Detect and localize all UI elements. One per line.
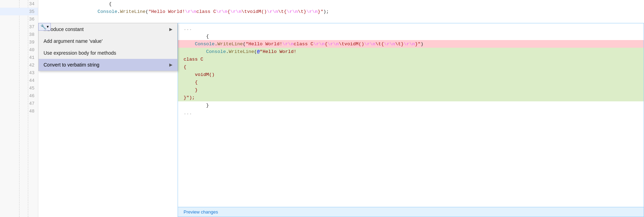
preview-content: ... { Console . WriteLine ( "Hello World… (178, 23, 644, 118)
preview-footer: Preview changes (178, 207, 644, 217)
context-menu: Introduce constant ▶ Add argument name '… (38, 23, 178, 71)
preview-line-open-brace: { (178, 32, 644, 40)
menu-item-add-argument-name-label: Add argument name 'value' (44, 38, 103, 44)
menu-item-use-expression-body-label: Use expression body for methods (44, 50, 116, 56)
line-number-48: 48 (0, 107, 38, 115)
preview-line-added-6: } (178, 86, 644, 94)
line-number-37: 37 (0, 23, 38, 31)
line-number-34: 34 (0, 0, 38, 8)
code-line-36 (38, 15, 644, 23)
quick-fix-button[interactable]: 🔧 ▼ (38, 23, 51, 31)
line-number-43: 43 (0, 69, 38, 77)
line-number-39: 39 (0, 38, 38, 46)
line-number-46: 46 (0, 92, 38, 100)
preview-panel: ... { Console . WriteLine ( "Hello World… (178, 23, 644, 217)
menu-item-introduce-constant[interactable]: Introduce constant ▶ (39, 23, 177, 35)
preview-line-added-2: class C (178, 55, 644, 63)
menu-item-use-expression-body[interactable]: Use expression body for methods (39, 47, 177, 59)
preview-line-ellipsis-bottom: ... (178, 109, 644, 117)
line-number-47: 47 (0, 100, 38, 107)
code-line-34: { (38, 0, 644, 8)
code-line-35: Console . WriteLine ( "Hello World! \r\n… (38, 8, 644, 15)
line-number-gutter: 34 35 36 37 38 39 40 41 42 43 44 45 46 4… (0, 0, 38, 217)
menu-item-convert-verbatim[interactable]: Convert to verbatim string ▶ (39, 59, 177, 71)
line-number-38: 38 (0, 31, 38, 38)
preview-changes-link[interactable]: Preview changes (184, 209, 218, 215)
code-area: { Console . WriteLine ( "Hello World! \r… (38, 0, 644, 217)
preview-line-added-3: { (178, 63, 644, 71)
dropdown-arrow-icon: ▼ (47, 25, 49, 29)
preview-line-removed: Console . WriteLine ( "Hello World! \r\n… (178, 40, 644, 48)
menu-item-convert-verbatim-label: Convert to verbatim string (44, 62, 99, 68)
preview-line-ellipsis-top: ... (178, 25, 644, 32)
preview-line-added-1: Console . WriteLine ( @ "Hello World! (178, 48, 644, 55)
line-number-44: 44 (0, 77, 38, 84)
menu-item-add-argument-name[interactable]: Add argument name 'value' (39, 35, 177, 47)
line-number-35: 35 (0, 8, 38, 15)
preview-line-added-5: { (178, 78, 644, 86)
preview-line-close-brace: } (178, 101, 644, 109)
line-number-42: 42 (0, 61, 38, 69)
line-number-45: 45 (0, 84, 38, 92)
submenu-arrow-convert-verbatim: ▶ (169, 62, 172, 67)
line-number-36: 36 (0, 15, 38, 23)
preview-line-added-7: }"); (178, 94, 644, 101)
editor-container: 34 35 36 37 38 39 40 41 42 43 44 45 46 4… (0, 0, 644, 217)
line-number-41: 41 (0, 54, 38, 61)
preview-line-added-4: voidM() (178, 71, 644, 78)
submenu-arrow-introduce-constant: ▶ (169, 27, 172, 32)
screwdriver-icon: 🔧 (40, 24, 46, 30)
line-number-40: 40 (0, 46, 38, 54)
